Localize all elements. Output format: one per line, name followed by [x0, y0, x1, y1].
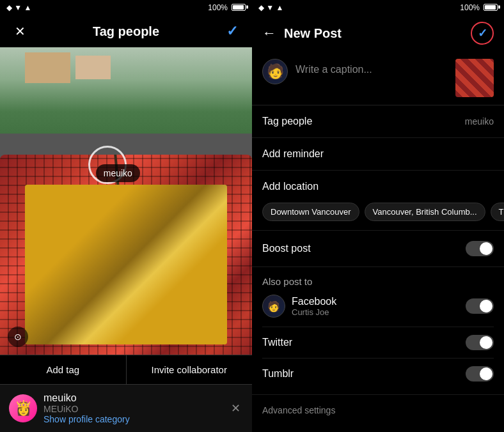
photo-area[interactable]: meuiko ⊙	[0, 47, 252, 355]
user-avatar-emoji: 👸	[15, 400, 32, 417]
left-header: ✕ Tag people ✓	[0, 15, 252, 47]
facebook-row: 🧑 Facebook Curtis Joe	[262, 295, 494, 318]
left-battery-icon	[230, 4, 246, 12]
right-header: ← New Post ✓	[252, 15, 504, 51]
facebook-left: 🧑 Facebook Curtis Joe	[262, 295, 336, 318]
boost-post-toggle[interactable]	[466, 241, 494, 256]
show-profile-link[interactable]: Show profile category	[43, 414, 222, 424]
user-info: meuiko MEUiKO Show profile category	[43, 392, 222, 424]
advanced-settings-item[interactable]: Advanced settings	[252, 395, 504, 426]
user-handle: MEUiKO	[43, 404, 222, 414]
twitter-toggle-knob	[480, 336, 492, 349]
facebook-avatar-icon: 🧑	[267, 300, 280, 312]
caption-input[interactable]: Write a caption...	[295, 59, 448, 75]
right-title: New Post	[284, 26, 463, 41]
boost-post-row: Boost post	[252, 231, 504, 267]
tumblr-toggle[interactable]	[466, 366, 494, 382]
right-status-bar: ◆ ▼ ▲ 100%	[252, 0, 504, 15]
right-notification-icons: ◆ ▼ ▲	[258, 3, 283, 12]
photo-background: meuiko ⊙	[0, 47, 252, 355]
twitter-toggle[interactable]	[466, 335, 494, 350]
close-button[interactable]: ✕	[10, 22, 29, 41]
tumblr-toggle-knob	[480, 367, 492, 380]
toggle-knob	[480, 242, 492, 255]
right-battery-text: 100%	[460, 3, 480, 12]
facebook-info: Facebook Curtis Joe	[292, 296, 336, 317]
location-chips: Downtown Vancouver Vancouver, British Co…	[252, 196, 504, 231]
username-label: meuiko	[43, 392, 222, 404]
post-thumbnail	[455, 59, 494, 97]
add-location-label: Add location	[262, 181, 319, 192]
add-reminder-label: Add reminder	[262, 148, 324, 160]
facebook-name: Facebook	[292, 296, 336, 307]
food-content	[25, 185, 226, 344]
invite-collaborator-tab[interactable]: Invite collaborator	[127, 355, 253, 384]
facebook-toggle-knob	[480, 300, 492, 312]
camera-icon[interactable]: ⊙	[8, 327, 28, 347]
tumblr-label: Tumblr	[262, 368, 294, 380]
thumbnail-image	[455, 59, 494, 97]
check-icon: ✓	[478, 26, 487, 40]
facebook-toggle[interactable]	[466, 298, 494, 314]
left-panel: ◆ ▼ ▲ 100% ✕ Tag people ✓	[0, 0, 252, 432]
right-panel: ◆ ▼ ▲ 100% ← New Post ✓ 🧑 Write a captio…	[252, 0, 504, 432]
add-reminder-menu-item[interactable]: Add reminder	[252, 138, 504, 171]
left-battery-text: 100%	[208, 3, 228, 12]
profile-picture: 🧑	[262, 59, 288, 84]
also-post-header: Also post to	[262, 276, 494, 287]
tag-bubble[interactable]: meuiko	[96, 164, 140, 182]
add-tag-tab[interactable]: Add tag	[0, 355, 127, 384]
tag-people-label: Tag people	[262, 116, 312, 127]
user-row[interactable]: 👸 meuiko MEUiKO Show profile category ✕	[0, 385, 252, 432]
twitter-label: Twitter	[262, 337, 292, 348]
building-1	[25, 52, 70, 82]
profile-pic-icon: 🧑	[267, 63, 284, 80]
tab-row: Add tag Invite collaborator	[0, 355, 252, 385]
tag-people-menu-item[interactable]: Tag people meuiko	[252, 105, 504, 138]
twitter-row: Twitter	[262, 327, 494, 358]
facebook-user: Curtis Joe	[292, 307, 336, 317]
dismiss-suggestion-button[interactable]: ✕	[228, 399, 243, 418]
street	[0, 134, 252, 158]
right-confirm-button[interactable]: ✓	[471, 22, 494, 45]
user-avatar: 👸	[9, 394, 37, 422]
tumblr-row: Tumblr	[262, 358, 494, 389]
right-battery-icon	[482, 4, 498, 12]
advanced-settings-label: Advanced settings	[262, 405, 335, 415]
left-bottom: Add tag Invite collaborator 👸 meuiko MEU…	[0, 355, 252, 432]
left-title: Tag people	[93, 24, 159, 39]
also-post-section: Also post to 🧑 Facebook Curtis Joe Twitt…	[252, 267, 504, 395]
location-chip-2[interactable]: The	[491, 203, 504, 221]
back-button[interactable]: ←	[262, 25, 276, 42]
food-container	[0, 155, 252, 355]
building-2	[75, 56, 111, 79]
notification-icons: ◆ ▼ ▲	[6, 3, 31, 12]
add-location-menu-item[interactable]: Add location	[252, 171, 504, 196]
location-chip-0[interactable]: Downtown Vancouver	[262, 203, 359, 221]
caption-row[interactable]: 🧑 Write a caption...	[252, 51, 504, 105]
left-status-bar: ◆ ▼ ▲ 100%	[0, 0, 252, 15]
location-chip-1[interactable]: Vancouver, British Columb...	[365, 203, 485, 221]
tag-people-value: meuiko	[465, 116, 494, 127]
left-confirm-button[interactable]: ✓	[223, 22, 242, 41]
facebook-avatar: 🧑	[262, 295, 285, 318]
boost-post-label: Boost post	[262, 243, 311, 254]
